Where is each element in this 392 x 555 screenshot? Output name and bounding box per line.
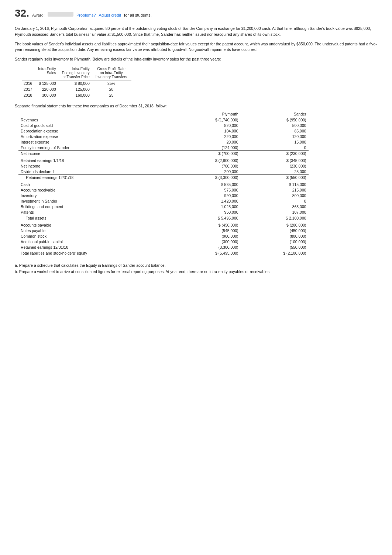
fin-label-cell: Patents (18, 209, 154, 215)
liab-total-label: Total liabilities and stockholders' equi… (18, 250, 154, 256)
award-box (48, 12, 73, 17)
inv-gpr: 25 (94, 92, 132, 98)
liab-total-plymouth: $ (5,495,000) (154, 250, 241, 256)
fin-plymouth-cell: 990,000 (154, 193, 241, 198)
fin-label-cell: Common stock (18, 233, 154, 239)
re-total-sander: $ (550,000) (241, 175, 309, 180)
fin-sander-cell: 85,000 (241, 128, 309, 134)
sander-header: Sander (241, 111, 309, 117)
fin-intro: Separate financial statements for these … (15, 103, 377, 109)
fin-plymouth-cell: 220,000 (154, 134, 241, 139)
fin-row: Investment in Sander 1,420,000 0 (18, 198, 309, 204)
fin-sander-cell: (550,000) (241, 244, 309, 250)
adjust-credit-link[interactable]: Adjust credit (99, 13, 121, 17)
fin-sander-cell: 107,000 (241, 209, 309, 215)
inv-ending: 125,000 (61, 86, 94, 92)
inv-sales: $ 125,000 (37, 80, 60, 86)
fin-label-cell: Interest expense (18, 139, 154, 145)
fin-sander-cell: 500,000 (241, 123, 309, 128)
fin-label-cell: Depreciation expense (18, 128, 154, 134)
note-b: b. Prepare a worksheet to arrive at cons… (15, 269, 377, 275)
assets-total-sander: $ 2,100,000 (241, 215, 309, 221)
fin-label-cell: Dividends declared (18, 169, 154, 175)
fin-plymouth-cell: $ (2,800,000) (154, 158, 241, 163)
fin-label-cell: Cost of goods sold (18, 123, 154, 128)
inv-sales: 220,000 (37, 86, 60, 92)
fin-row: Cost of goods sold 820,000 500,000 (18, 123, 309, 128)
inv-year: 2016 (22, 80, 37, 86)
net-income-row: Net income $ (700,000) $ (230,000) (18, 151, 309, 156)
fin-label-cell: Equity in earnings of Sander (18, 145, 154, 151)
problems-link[interactable]: Problems? (76, 13, 96, 17)
fin-label-cell: Amortization expense (18, 134, 154, 139)
fin-plymouth-cell: (545,000) (154, 228, 241, 233)
fin-sander-cell: 215,000 (241, 187, 309, 193)
fin-row: Depreciation expense 104,000 85,000 (18, 128, 309, 134)
inv-year: 2018 (22, 92, 37, 98)
fin-plymouth-cell: 575,000 (154, 187, 241, 193)
inv-ending: $ 80,000 (61, 80, 94, 86)
fin-plymouth-cell: $ (450,000) (154, 222, 241, 228)
fin-label-cell: Retained earnings 1/1/18 (18, 158, 154, 163)
fin-sander-cell: (100,000) (241, 239, 309, 244)
fin-plymouth-cell: 20,000 (154, 139, 241, 145)
paragraph-2: The book values of Sander's individual a… (15, 41, 377, 53)
paragraph-3: Sander regularly sells inventory to Plym… (15, 56, 377, 62)
fin-plymouth-cell: 200,000 (154, 169, 241, 175)
award-label: Award: (32, 13, 45, 17)
problem-number: 32. (15, 7, 29, 19)
fin-row: Interest expense 20,000 15,000 (18, 139, 309, 145)
fin-row: Retained earnings 12/31/18 (3,300,000) (… (18, 244, 309, 250)
assets-total-row: Total assets $ 5,495,000 $ 2,100,000 (18, 215, 309, 221)
fin-row: Patents 950,000 107,000 (18, 209, 309, 215)
fin-row: Revenues $ (1,740,000) $ (950,000) (18, 117, 309, 123)
fin-row: Equity in earnings of Sander (124,000) 0 (18, 145, 309, 151)
plymouth-header: Plymouth (154, 111, 241, 117)
fin-sander-cell: 0 (241, 145, 309, 151)
inventory-table: Intra-EntitySales Intra-EntityEnding Inv… (22, 66, 131, 98)
assets-total-plymouth: $ 5,495,000 (154, 215, 241, 221)
footer-notes: a. Prepare a schedule that calculates th… (15, 262, 377, 275)
fin-row: Amortization expense 220,000 120,000 (18, 134, 309, 139)
fin-sander-cell: (450,000) (241, 228, 309, 233)
fin-plymouth-cell: (3,300,000) (154, 244, 241, 250)
re-total-plymouth: $ (3,300,000) (154, 175, 241, 180)
fin-label-cell: Retained earnings 12/31/18 (18, 244, 154, 250)
fin-label-cell: Accounts receivable (18, 187, 154, 193)
fin-plymouth-cell: 820,000 (154, 123, 241, 128)
fin-row: Accounts receivable 575,000 215,000 (18, 187, 309, 193)
fin-row: Inventory 990,000 800,000 (18, 193, 309, 198)
financial-table: Plymouth Sander Revenues $ (1,740,000) $… (18, 111, 309, 256)
fin-row: Common stock (900,000) (800,000) (18, 233, 309, 239)
fin-plymouth-cell: 1,420,000 (154, 198, 241, 204)
fin-row: Notes payable (545,000) (450,000) (18, 228, 309, 233)
fin-plymouth-cell: $ (1,740,000) (154, 117, 241, 123)
fin-sander-cell: 0 (241, 198, 309, 204)
suffix-text: for all students. (124, 13, 152, 17)
fin-label-cell: Investment in Sander (18, 198, 154, 204)
fin-sander-cell: 15,000 (241, 139, 309, 145)
fin-label-cell: Inventory (18, 193, 154, 198)
fin-row: Retained earnings 1/1/18 $ (2,800,000) $… (18, 158, 309, 163)
fin-label-cell: Buildings and equipment (18, 204, 154, 209)
ni-sander: $ (230,000) (241, 151, 309, 156)
re-total-row: Retained earnings 12/31/18 $ (3,300,000)… (18, 175, 309, 180)
fin-plymouth-cell: (900,000) (154, 233, 241, 239)
fin-sander-cell: $ (345,000) (241, 158, 309, 163)
fin-label-cell: Accounts payable (18, 222, 154, 228)
fin-plymouth-cell: (124,000) (154, 145, 241, 151)
fin-row: Additional paid-in capital (300,000) (10… (18, 239, 309, 244)
fin-sander-cell: $ (200,000) (241, 222, 309, 228)
paragraph-1: On January 1, 2016, Plymouth Corporation… (15, 26, 377, 38)
fin-plymouth-cell: $ 535,000 (154, 182, 241, 187)
fin-sander-cell: 120,000 (241, 134, 309, 139)
fin-plymouth-cell: 1,025,000 (154, 204, 241, 209)
fin-row: Net income (700,000) (230,000) (18, 163, 309, 169)
fin-sander-cell: 25,000 (241, 169, 309, 175)
fin-plymouth-cell: 104,000 (154, 128, 241, 134)
fin-label-cell: Net income (18, 163, 154, 169)
fin-row: Dividends declared 200,000 25,000 (18, 169, 309, 175)
fin-plymouth-cell: (700,000) (154, 163, 241, 169)
fin-plymouth-cell: (300,000) (154, 239, 241, 244)
inv-ending: 160,000 (61, 92, 94, 98)
